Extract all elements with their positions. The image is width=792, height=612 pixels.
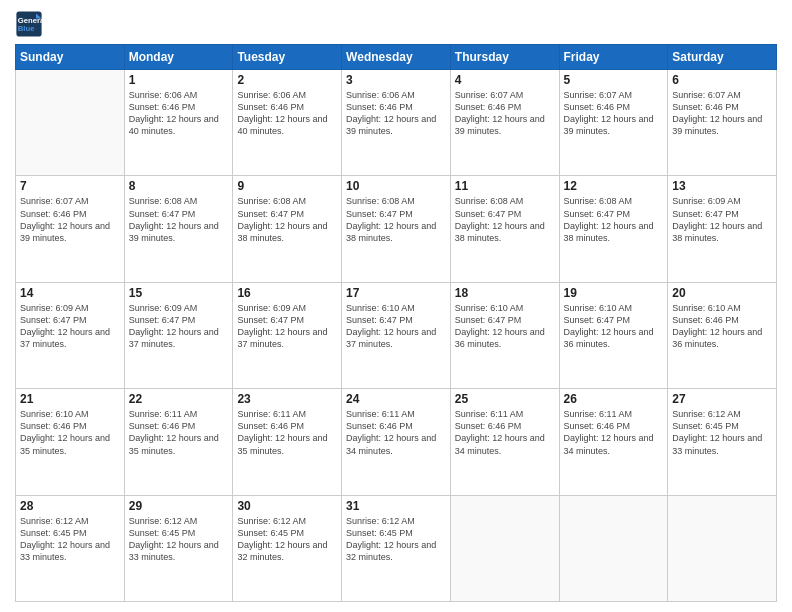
calendar-cell: 2 Sunrise: 6:06 AM Sunset: 6:46 PM Dayli… [233,70,342,176]
calendar-cell: 26 Sunrise: 6:11 AM Sunset: 6:46 PM Dayl… [559,389,668,495]
calendar-cell: 24 Sunrise: 6:11 AM Sunset: 6:46 PM Dayl… [342,389,451,495]
daylight-text: Daylight: 12 hours and 39 minutes. [346,114,436,136]
sunset-text: Sunset: 6:46 PM [672,102,739,112]
day-number: 13 [672,179,772,193]
day-info: Sunrise: 6:08 AM Sunset: 6:47 PM Dayligh… [455,195,555,244]
calendar-week-row: 21 Sunrise: 6:10 AM Sunset: 6:46 PM Dayl… [16,389,777,495]
daylight-text: Daylight: 12 hours and 39 minutes. [455,114,545,136]
calendar-cell: 6 Sunrise: 6:07 AM Sunset: 6:46 PM Dayli… [668,70,777,176]
day-info: Sunrise: 6:12 AM Sunset: 6:45 PM Dayligh… [346,515,446,564]
day-number: 1 [129,73,229,87]
calendar-cell: 20 Sunrise: 6:10 AM Sunset: 6:46 PM Dayl… [668,282,777,388]
calendar-cell: 28 Sunrise: 6:12 AM Sunset: 6:45 PM Dayl… [16,495,125,601]
svg-text:Blue: Blue [18,24,35,33]
day-info: Sunrise: 6:09 AM Sunset: 6:47 PM Dayligh… [20,302,120,351]
header: General Blue [15,10,777,38]
daylight-text: Daylight: 12 hours and 32 minutes. [237,540,327,562]
sunset-text: Sunset: 6:46 PM [346,421,413,431]
sunrise-text: Sunrise: 6:07 AM [455,90,524,100]
calendar-cell [668,495,777,601]
sunset-text: Sunset: 6:47 PM [455,209,522,219]
daylight-text: Daylight: 12 hours and 35 minutes. [20,433,110,455]
daylight-text: Daylight: 12 hours and 36 minutes. [672,327,762,349]
sunrise-text: Sunrise: 6:07 AM [20,196,89,206]
day-number: 5 [564,73,664,87]
day-info: Sunrise: 6:12 AM Sunset: 6:45 PM Dayligh… [672,408,772,457]
day-number: 24 [346,392,446,406]
day-number: 12 [564,179,664,193]
day-info: Sunrise: 6:10 AM Sunset: 6:47 PM Dayligh… [346,302,446,351]
daylight-text: Daylight: 12 hours and 33 minutes. [672,433,762,455]
sunset-text: Sunset: 6:47 PM [129,315,196,325]
day-info: Sunrise: 6:11 AM Sunset: 6:46 PM Dayligh… [564,408,664,457]
sunset-text: Sunset: 6:47 PM [346,209,413,219]
sunset-text: Sunset: 6:46 PM [237,102,304,112]
sunset-text: Sunset: 6:47 PM [564,209,631,219]
sunrise-text: Sunrise: 6:10 AM [564,303,633,313]
calendar-cell: 18 Sunrise: 6:10 AM Sunset: 6:47 PM Dayl… [450,282,559,388]
logo: General Blue [15,10,43,38]
day-info: Sunrise: 6:09 AM Sunset: 6:47 PM Dayligh… [129,302,229,351]
sunrise-text: Sunrise: 6:08 AM [129,196,198,206]
sunrise-text: Sunrise: 6:10 AM [346,303,415,313]
weekday-header-thursday: Thursday [450,45,559,70]
sunrise-text: Sunrise: 6:07 AM [672,90,741,100]
calendar-cell: 16 Sunrise: 6:09 AM Sunset: 6:47 PM Dayl… [233,282,342,388]
day-number: 8 [129,179,229,193]
weekday-header-monday: Monday [124,45,233,70]
day-number: 16 [237,286,337,300]
sunset-text: Sunset: 6:46 PM [20,209,87,219]
day-number: 9 [237,179,337,193]
day-info: Sunrise: 6:06 AM Sunset: 6:46 PM Dayligh… [129,89,229,138]
calendar-cell: 5 Sunrise: 6:07 AM Sunset: 6:46 PM Dayli… [559,70,668,176]
day-info: Sunrise: 6:07 AM Sunset: 6:46 PM Dayligh… [564,89,664,138]
daylight-text: Daylight: 12 hours and 37 minutes. [20,327,110,349]
calendar-table: SundayMondayTuesdayWednesdayThursdayFrid… [15,44,777,602]
day-number: 30 [237,499,337,513]
daylight-text: Daylight: 12 hours and 34 minutes. [564,433,654,455]
day-info: Sunrise: 6:10 AM Sunset: 6:46 PM Dayligh… [20,408,120,457]
sunrise-text: Sunrise: 6:11 AM [346,409,415,419]
daylight-text: Daylight: 12 hours and 39 minutes. [129,221,219,243]
day-number: 10 [346,179,446,193]
daylight-text: Daylight: 12 hours and 38 minutes. [564,221,654,243]
sunset-text: Sunset: 6:46 PM [20,421,87,431]
day-number: 21 [20,392,120,406]
sunrise-text: Sunrise: 6:10 AM [20,409,89,419]
day-number: 17 [346,286,446,300]
sunset-text: Sunset: 6:46 PM [455,102,522,112]
sunset-text: Sunset: 6:47 PM [672,209,739,219]
sunset-text: Sunset: 6:45 PM [20,528,87,538]
calendar-cell: 1 Sunrise: 6:06 AM Sunset: 6:46 PM Dayli… [124,70,233,176]
calendar-cell [559,495,668,601]
sunset-text: Sunset: 6:46 PM [129,102,196,112]
sunrise-text: Sunrise: 6:12 AM [129,516,198,526]
day-number: 19 [564,286,664,300]
calendar-week-row: 28 Sunrise: 6:12 AM Sunset: 6:45 PM Dayl… [16,495,777,601]
daylight-text: Daylight: 12 hours and 40 minutes. [237,114,327,136]
sunset-text: Sunset: 6:47 PM [346,315,413,325]
sunrise-text: Sunrise: 6:06 AM [346,90,415,100]
daylight-text: Daylight: 12 hours and 37 minutes. [129,327,219,349]
calendar-cell: 14 Sunrise: 6:09 AM Sunset: 6:47 PM Dayl… [16,282,125,388]
day-number: 22 [129,392,229,406]
daylight-text: Daylight: 12 hours and 35 minutes. [237,433,327,455]
day-number: 15 [129,286,229,300]
daylight-text: Daylight: 12 hours and 32 minutes. [346,540,436,562]
day-info: Sunrise: 6:10 AM Sunset: 6:47 PM Dayligh… [455,302,555,351]
weekday-header-friday: Friday [559,45,668,70]
daylight-text: Daylight: 12 hours and 39 minutes. [20,221,110,243]
day-number: 11 [455,179,555,193]
sunrise-text: Sunrise: 6:07 AM [564,90,633,100]
weekday-header-wednesday: Wednesday [342,45,451,70]
sunrise-text: Sunrise: 6:11 AM [455,409,524,419]
day-info: Sunrise: 6:07 AM Sunset: 6:46 PM Dayligh… [672,89,772,138]
calendar-cell: 3 Sunrise: 6:06 AM Sunset: 6:46 PM Dayli… [342,70,451,176]
day-number: 27 [672,392,772,406]
day-number: 6 [672,73,772,87]
sunrise-text: Sunrise: 6:08 AM [564,196,633,206]
sunrise-text: Sunrise: 6:11 AM [564,409,633,419]
day-info: Sunrise: 6:11 AM Sunset: 6:46 PM Dayligh… [129,408,229,457]
day-info: Sunrise: 6:11 AM Sunset: 6:46 PM Dayligh… [237,408,337,457]
sunset-text: Sunset: 6:46 PM [455,421,522,431]
